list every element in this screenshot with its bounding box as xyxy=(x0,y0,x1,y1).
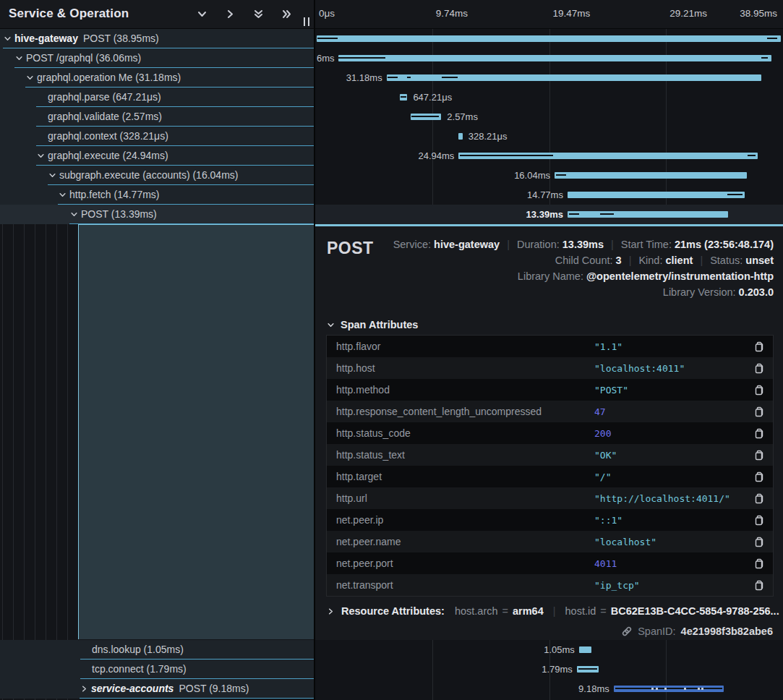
resource-attributes-preview: host.arch=arm64|host.id=BC62E13B-C4CC-58… xyxy=(455,605,779,617)
timeline-row[interactable]: 1.79ms xyxy=(315,660,783,679)
timeline-row[interactable]: 1.05ms xyxy=(315,640,783,660)
meta-value: 21ms (23:56:48.174) xyxy=(675,239,774,250)
attribute-key: http.status_code xyxy=(327,427,594,439)
copy-icon[interactable] xyxy=(748,449,773,461)
child-span-marker xyxy=(767,38,777,39)
resource-equals: = xyxy=(600,605,606,617)
span-tree-row[interactable]: graphql.execute (24.94ms) xyxy=(0,146,314,166)
resource-key: host.id xyxy=(565,605,596,617)
span-attributes-toggle[interactable]: Span Attributes xyxy=(327,319,418,330)
span-detail-meta: Service: hive-gateway|Duration: 13.39ms|… xyxy=(393,236,774,300)
meta-label: Service: xyxy=(393,239,434,250)
span-tree-row[interactable]: hive-gatewayPOST (38.95ms) xyxy=(0,29,314,48)
chevron-down-icon[interactable] xyxy=(59,191,67,199)
span-tree-row[interactable]: tcp.connect (1.79ms) xyxy=(0,660,314,679)
copy-icon[interactable] xyxy=(748,471,773,482)
duration-label: 328.21μs xyxy=(468,131,508,142)
span-bar[interactable] xyxy=(579,646,591,653)
resource-key: host.arch xyxy=(455,605,498,617)
copy-icon[interactable] xyxy=(748,536,773,547)
chevron-down-icon[interactable] xyxy=(197,9,207,20)
double-chevron-right-icon[interactable] xyxy=(281,9,292,20)
resource-value: BC62E13B-C4CC-5854-9788-256... xyxy=(611,605,779,617)
chevron-down-icon[interactable] xyxy=(48,171,56,179)
meta-label: Duration: xyxy=(517,239,562,250)
service-name: hive-gateway xyxy=(14,33,78,44)
timeline-row[interactable]: 13.39ms xyxy=(315,205,783,224)
ruler-tick-label: 19.47ms xyxy=(553,8,591,19)
span-tree-row[interactable]: POST /graphql (36.06ms) xyxy=(0,48,314,68)
span-tree-row[interactable]: subgraph.execute (accounts) (16.04ms) xyxy=(0,166,314,185)
attribute-row: http.flavor"1.1" xyxy=(327,336,773,357)
copy-icon[interactable] xyxy=(748,514,773,526)
column-resizer-handle[interactable] xyxy=(304,17,309,26)
span-bar[interactable] xyxy=(338,55,771,61)
span-bar[interactable] xyxy=(317,35,781,42)
span-tree-row[interactable]: graphql.validate (2.57ms) xyxy=(0,107,314,127)
timeline-row[interactable]: 14.77ms xyxy=(315,185,783,205)
span-event-dot xyxy=(684,688,686,690)
attribute-value: "localhost:4011" xyxy=(594,363,748,374)
span-tree-row[interactable]: graphql.context (328.21μs) xyxy=(0,127,314,146)
copy-icon[interactable] xyxy=(748,384,773,396)
attribute-key: http.url xyxy=(327,492,594,504)
span-attributes-table: http.flavor"1.1"http.host"localhost:4011… xyxy=(326,335,774,597)
span-tree-row[interactable]: http.fetch (14.77ms) xyxy=(0,185,314,205)
copy-icon[interactable] xyxy=(748,362,773,374)
double-chevron-down-icon[interactable] xyxy=(253,9,264,20)
chevron-right-icon[interactable] xyxy=(80,685,88,693)
copy-icon[interactable] xyxy=(748,579,773,591)
duration-label: 31.18ms xyxy=(346,72,382,83)
span-tree-row[interactable]: graphql.operation Me (31.18ms) xyxy=(0,68,314,88)
chevron-right-icon[interactable] xyxy=(327,607,335,615)
span-tree-row[interactable]: graphql.parse (647.21μs) xyxy=(0,88,314,107)
chevron-down-icon[interactable] xyxy=(15,54,23,62)
timeline-row[interactable]: 9.18ms xyxy=(315,679,783,699)
chevron-down-icon[interactable] xyxy=(70,210,78,218)
child-span-marker xyxy=(748,155,756,156)
resource-equals: = xyxy=(502,605,508,617)
span-bar[interactable] xyxy=(458,133,462,140)
span-tree-row[interactable]: service-accountsPOST (9.18ms) xyxy=(0,679,314,699)
span-tree-panel: Service & Operation hive-gatewayPOST (38… xyxy=(0,0,314,700)
timeline-row[interactable]: 31.18ms xyxy=(315,68,783,88)
span-row-label: graphql.operation Me (31.18ms) xyxy=(37,72,181,83)
timeline-row[interactable]: 647.21μs xyxy=(315,88,783,107)
span-tree-row[interactable]: POST (13.39ms) xyxy=(0,205,314,224)
link-icon[interactable] xyxy=(621,626,633,637)
timeline-row[interactable] xyxy=(315,29,783,48)
attribute-value: 47 xyxy=(594,406,748,417)
span-bar[interactable] xyxy=(555,172,747,179)
timeline-row[interactable]: 6ms xyxy=(315,48,783,68)
copy-icon[interactable] xyxy=(748,558,773,569)
timeline-row[interactable]: 328.21μs xyxy=(315,127,783,146)
span-event-dot xyxy=(656,688,658,690)
attribute-row: http.response_content_length_uncompresse… xyxy=(327,401,773,422)
copy-icon[interactable] xyxy=(748,427,773,439)
operation-name: tcp.connect (1.79ms) xyxy=(92,663,187,675)
span-detail-panel: POST Service: hive-gateway|Duration: 13.… xyxy=(315,224,783,640)
chevron-down-icon[interactable] xyxy=(37,152,45,160)
chevron-down-icon[interactable] xyxy=(4,35,12,43)
span-row-label: http.fetch (14.77ms) xyxy=(69,189,160,200)
span-row-label: graphql.execute (24.94ms) xyxy=(48,150,168,161)
timeline-row[interactable]: 16.04ms xyxy=(315,166,783,185)
span-row-label: service-accountsPOST (9.18ms) xyxy=(91,683,249,694)
attribute-row: http.target"/" xyxy=(327,466,773,487)
copy-icon[interactable] xyxy=(748,492,773,504)
span-tree-row[interactable]: dns.lookup (1.05ms) xyxy=(0,640,314,660)
chevron-right-icon[interactable] xyxy=(225,9,236,20)
copy-icon[interactable] xyxy=(748,341,773,352)
attribute-key: http.host xyxy=(327,362,594,374)
service-name: service-accounts xyxy=(91,683,174,694)
attribute-value: 4011 xyxy=(594,558,748,569)
chevron-down-icon[interactable] xyxy=(26,74,34,82)
timeline-row[interactable]: 2.57ms xyxy=(315,107,783,127)
span-bar[interactable] xyxy=(568,192,745,198)
operation-name: subgraph.execute (accounts) (16.04ms) xyxy=(59,169,238,181)
meta-value: unset xyxy=(745,255,774,266)
child-span-marker xyxy=(460,155,553,156)
copy-icon[interactable] xyxy=(748,406,773,417)
span-bar[interactable] xyxy=(568,211,728,218)
timeline-row[interactable]: 24.94ms xyxy=(315,146,783,166)
